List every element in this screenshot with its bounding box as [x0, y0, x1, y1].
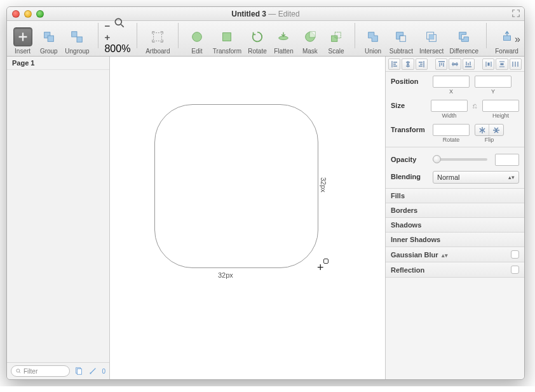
- difference-button[interactable]: Difference: [448, 27, 480, 55]
- flip-horizontal-button[interactable]: [475, 125, 489, 135]
- layers-sidebar: Page 1 Filter 0: [7, 57, 110, 379]
- edit-icon: [187, 27, 207, 46]
- height-measurement: 32px: [320, 177, 327, 193]
- svg-rect-3: [77, 37, 82, 42]
- svg-rect-13: [400, 36, 406, 41]
- edit-button[interactable]: Edit: [185, 27, 208, 55]
- zoom-control[interactable]: − + 800%: [104, 17, 130, 55]
- subtract-button[interactable]: Subtract: [388, 27, 415, 55]
- flatten-button[interactable]: Flatten: [272, 27, 296, 55]
- opacity-input[interactable]: [495, 154, 519, 166]
- zoom-icons: − +: [104, 17, 130, 43]
- position-row: Position X Y: [386, 72, 524, 96]
- align-right-button[interactable]: [416, 58, 428, 70]
- align-left-button[interactable]: [388, 58, 400, 70]
- height-input[interactable]: [482, 100, 519, 112]
- width-input[interactable]: [431, 100, 468, 112]
- position-y-input[interactable]: [475, 76, 511, 88]
- union-button[interactable]: Union: [362, 27, 385, 55]
- difference-icon: [454, 27, 473, 46]
- transform-row: Transform Rotate Flip: [386, 120, 524, 144]
- close-window-button[interactable]: [12, 10, 20, 18]
- inner-shadows-section[interactable]: Inner Shadows: [386, 232, 524, 247]
- pages-icon[interactable]: [74, 366, 84, 376]
- reflection-section[interactable]: Reflection: [386, 262, 524, 278]
- rounded-rectangle-shape[interactable]: [154, 104, 318, 268]
- svg-rect-5: [154, 33, 162, 41]
- rotate-button[interactable]: Rotate: [245, 27, 269, 55]
- toolbar-overflow-icon[interactable]: »: [515, 34, 520, 45]
- position-x-input[interactable]: [433, 76, 470, 88]
- lock-aspect-icon[interactable]: ⎌: [473, 102, 477, 109]
- document-title: Untitled 3: [231, 10, 266, 18]
- minimize-window-button[interactable]: [24, 10, 32, 18]
- size-row: Size Width ⎌ Height: [386, 96, 524, 120]
- flip-vertical-button[interactable]: [489, 125, 503, 135]
- distribute-h-button[interactable]: [482, 58, 494, 70]
- svg-rect-16: [429, 34, 433, 39]
- blending-row: Blending Normal ▴▾: [386, 167, 524, 189]
- toolbar-divider: [486, 23, 487, 48]
- opacity-row: Opacity: [386, 150, 524, 167]
- opacity-slider[interactable]: [433, 158, 487, 161]
- size-label: Size: [391, 100, 426, 109]
- borders-section[interactable]: Borders: [386, 203, 524, 218]
- shadows-section[interactable]: Shadows: [386, 217, 524, 233]
- cursor-shape-hint-icon: [323, 259, 328, 264]
- align-top-button[interactable]: [435, 58, 447, 70]
- align-middle-v-button[interactable]: [449, 58, 461, 70]
- canvas[interactable]: 32px 32px +: [110, 57, 386, 379]
- rotate-input[interactable]: [433, 124, 470, 136]
- svg-point-18: [17, 369, 20, 372]
- artboard-icon: [148, 27, 167, 46]
- transform-label: Transform: [391, 124, 428, 133]
- distribute-v-button[interactable]: [496, 58, 508, 70]
- forward-icon: [498, 27, 517, 46]
- slice-count: 0: [102, 368, 105, 375]
- rotate-icon: [248, 27, 267, 46]
- plus-icon: [13, 27, 32, 46]
- chevron-updown-icon: ▴▾: [508, 174, 515, 180]
- fills-section[interactable]: Fills: [386, 188, 524, 203]
- mask-button[interactable]: Mask: [298, 27, 322, 55]
- opacity-label: Opacity: [391, 154, 428, 163]
- document-status: — Edited: [268, 10, 299, 18]
- svg-point-4: [115, 18, 121, 25]
- intersect-icon: [422, 27, 441, 46]
- page-selector[interactable]: Page 1: [7, 57, 109, 70]
- inspector-panel: Position X Y Size Width ⎌ Height Transfo…: [386, 57, 524, 379]
- blending-select[interactable]: Normal ▴▾: [433, 171, 519, 184]
- insert-button[interactable]: Insert: [11, 27, 34, 55]
- zoom-window-button[interactable]: [36, 10, 44, 18]
- svg-rect-2: [72, 32, 77, 37]
- blending-label: Blending: [391, 171, 428, 180]
- svg-rect-7: [223, 33, 231, 41]
- reflection-checkbox[interactable]: [511, 266, 519, 274]
- gaussian-blur-section[interactable]: Gaussian Blur ▴▾: [386, 247, 524, 262]
- svg-rect-20: [78, 369, 82, 375]
- toolbar-divider: [137, 23, 137, 48]
- group-icon: [39, 27, 58, 46]
- ungroup-button[interactable]: Ungroup: [63, 27, 91, 55]
- union-icon: [363, 27, 383, 46]
- svg-rect-17: [503, 36, 510, 40]
- window-controls: [12, 10, 44, 18]
- svg-rect-11: [332, 36, 337, 41]
- zoom-out-icon[interactable]: −: [104, 20, 110, 31]
- align-bottom-button[interactable]: [463, 58, 475, 70]
- zoom-in-icon[interactable]: +: [104, 32, 110, 43]
- distribute-spacing-button[interactable]: [510, 58, 522, 70]
- align-center-h-button[interactable]: [402, 58, 414, 70]
- scale-button[interactable]: Scale: [324, 27, 348, 55]
- group-button[interactable]: Group: [37, 27, 60, 55]
- gaussian-checkbox[interactable]: [511, 250, 519, 259]
- fullscreen-icon[interactable]: [511, 9, 520, 18]
- flatten-icon: [274, 27, 293, 46]
- artboard-button[interactable]: Artboard: [144, 27, 172, 55]
- alignment-row: [386, 57, 524, 72]
- slice-icon[interactable]: [88, 366, 98, 376]
- filter-input[interactable]: Filter: [11, 365, 70, 377]
- transform-button[interactable]: Transform: [211, 27, 243, 55]
- zoom-level: 800%: [104, 43, 130, 55]
- intersect-button[interactable]: Intersect: [417, 27, 445, 55]
